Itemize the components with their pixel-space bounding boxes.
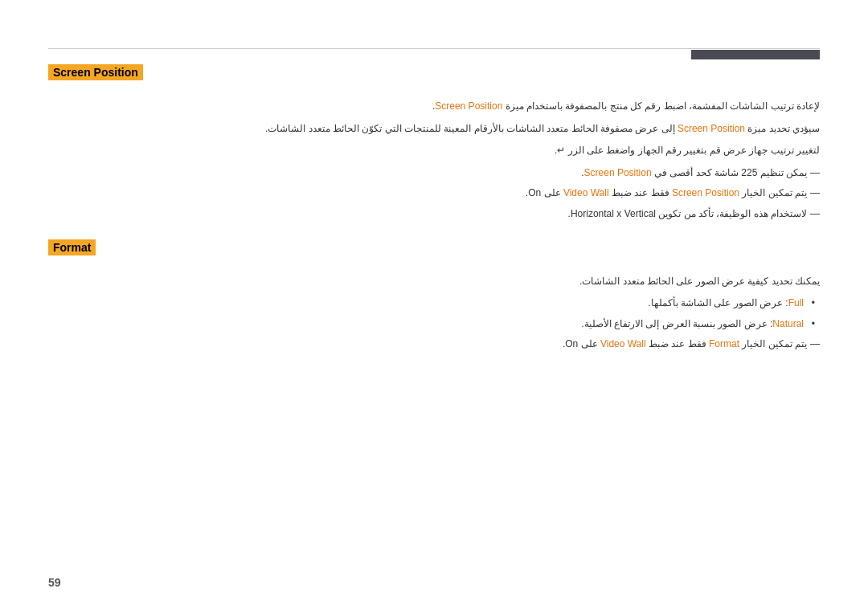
video-wall-ref-1: Video Wall: [563, 187, 609, 198]
format-bullet-natural: Natural: عرض الصور بنسبة العرض إلى الارت…: [48, 316, 820, 333]
screen-position-note-3: لاستخدام هذه الوظيفة، تأكد من تكوين Hori…: [48, 206, 820, 223]
format-note-ref: Format: [709, 338, 739, 349]
format-bullet-full: Full: عرض الصور على الشاشة بأكملها.: [48, 295, 820, 313]
natural-label: Natural: [772, 318, 804, 329]
screen-position-note-ref-2: Screen Position: [672, 187, 739, 198]
format-para-1: يمكنك تحديد كيفية عرض الصور على الحائط م…: [48, 273, 820, 291]
top-rule: [48, 48, 820, 49]
screen-position-note-ref-1: Screen Position: [584, 167, 652, 178]
screen-position-heading: Screen Position: [48, 64, 143, 80]
screen-position-note-2: يتم تمكين الخيار Screen Position فقط عند…: [48, 185, 820, 202]
content-area: Screen Position لإعادة ترتيب الشاشات الم…: [48, 64, 820, 370]
screen-position-section: Screen Position لإعادة ترتيب الشاشات الم…: [48, 64, 820, 223]
full-label: Full: [788, 297, 804, 309]
top-right-bar: [691, 50, 820, 59]
screen-position-para-1: لإعادة ترتيب الشاشات المفشمة، اضبط رقم ك…: [48, 98, 820, 116]
format-heading: Format: [48, 239, 96, 255]
screen-position-note-1: يمكن تنظيم 225 شاشة كحد أقصى في Screen P…: [48, 165, 820, 182]
format-heading-wrapper: Format: [48, 239, 820, 265]
screen-position-ref-1: Screen Position: [435, 100, 502, 112]
page-container: Screen Position لإعادة ترتيب الشاشات الم…: [0, 0, 868, 613]
screen-position-ref-2: Screen Position: [678, 123, 745, 134]
screen-position-heading-wrapper: Screen Position: [48, 64, 820, 90]
page-number: 59: [48, 576, 61, 589]
screen-position-para-3: لتغيير ترتيب جهاز عرض قم بتغيير رقم الجه…: [48, 142, 820, 160]
format-section: Format يمكنك تحديد كيفية عرض الصور على ا…: [48, 239, 820, 353]
format-note-1: يتم تمكين الخيار Format فقط عند ضبط Vide…: [48, 336, 820, 353]
screen-position-para-2: سيؤدي تحديد ميزة Screen Position إلى عرض…: [48, 121, 820, 138]
video-wall-ref-2: Video Wall: [600, 338, 646, 349]
